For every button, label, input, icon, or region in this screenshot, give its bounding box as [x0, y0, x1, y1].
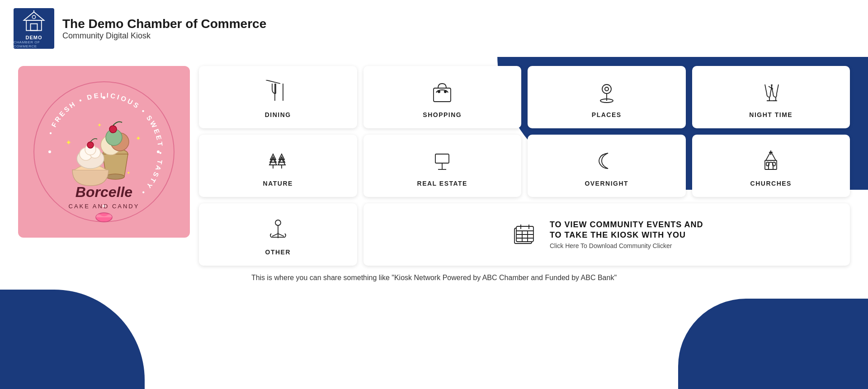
- svg-rect-2: [31, 24, 38, 31]
- svg-line-63: [272, 234, 278, 236]
- churches-label: CHURCHES: [750, 180, 792, 187]
- svg-point-40: [605, 87, 609, 91]
- community-events-card[interactable]: TO VIEW COMMUNITY EVENTS AND TO TAKE THE…: [363, 203, 850, 266]
- category-card-nature[interactable]: NATURE: [199, 135, 357, 197]
- svg-point-9: [48, 150, 51, 153]
- nighttime-icon: [757, 79, 784, 106]
- footer-text: This is where you can share something li…: [251, 274, 617, 281]
- logo-text-sub: CHAMBER OF COMMERCE: [14, 40, 54, 48]
- svg-text:✦: ✦: [66, 139, 71, 146]
- header: DEMO CHAMBER OF COMMERCE The Demo Chambe…: [0, 0, 868, 57]
- svg-line-43: [769, 86, 773, 89]
- bg-shape-bottom-left: [0, 290, 145, 389]
- svg-point-37: [602, 84, 611, 94]
- header-title: The Demo Chamber of Commerce Community D…: [62, 17, 266, 41]
- shopping-label: SHOPPING: [423, 111, 462, 118]
- category-card-overnight[interactable]: OVERNIGHT: [528, 135, 686, 197]
- logo-house-icon: [21, 9, 47, 34]
- svg-point-61: [275, 220, 281, 225]
- category-grid: DINING SHOPPING PLACES: [199, 66, 850, 266]
- category-card-shopping[interactable]: SHOPPING: [363, 66, 522, 128]
- svg-line-32: [266, 80, 280, 84]
- community-calendar-icon: [510, 220, 539, 249]
- community-text: TO VIEW COMMUNITY EVENTS AND TO TAKE THE…: [550, 220, 703, 250]
- svg-text:✦: ✦: [127, 170, 130, 175]
- svg-rect-1: [26, 20, 42, 30]
- svg-marker-0: [24, 12, 44, 20]
- category-card-other[interactable]: OTHER: [199, 203, 357, 266]
- places-icon: [593, 79, 620, 106]
- header-title-sub: Community Digital Kiosk: [62, 31, 266, 41]
- nighttime-label: NIGHT TIME: [749, 111, 793, 118]
- svg-text:✦: ✦: [136, 135, 141, 142]
- svg-text:Borcelle: Borcelle: [75, 184, 132, 200]
- svg-point-18: [109, 126, 117, 133]
- logo-box: DEMO CHAMBER OF COMMERCE: [14, 8, 54, 49]
- category-card-churches[interactable]: CHURCHES: [692, 135, 850, 197]
- churches-icon: [757, 147, 784, 174]
- category-card-places[interactable]: PLACES: [528, 66, 686, 128]
- category-card-nighttime[interactable]: NIGHT TIME: [692, 66, 850, 128]
- header-title-main: The Demo Chamber of Commerce: [62, 17, 266, 31]
- realestate-icon: [429, 147, 456, 174]
- community-subtitle: Click Here To Download Community Clicker: [550, 242, 672, 249]
- community-title-line2: TO TAKE THE KIOSK WITH YOU: [550, 230, 686, 240]
- bg-shape-bottom-right: [678, 299, 868, 389]
- header-assistance: Need Assistance? Call Us : 855-233-6362: [682, 23, 850, 34]
- nature-label: NATURE: [263, 180, 293, 187]
- svg-text:✦: ✦: [97, 122, 102, 128]
- svg-point-4: [32, 15, 35, 19]
- svg-point-23: [87, 142, 94, 148]
- places-label: PLACES: [592, 111, 622, 118]
- featured-image: • FRESH • DELICIOUS • SWEET • TASTY • Bo…: [18, 66, 190, 238]
- community-title-line1: TO VIEW COMMUNITY EVENTS AND: [550, 220, 703, 230]
- dining-label: DINING: [265, 111, 291, 118]
- other-label: OTHER: [265, 248, 291, 256]
- nature-icon: [264, 147, 292, 174]
- realestate-label: REAL ESTATE: [417, 180, 467, 187]
- svg-point-14: [106, 174, 124, 179]
- category-card-dining[interactable]: DINING: [199, 66, 357, 128]
- svg-text:CAKE AND CANDY: CAKE AND CANDY: [69, 203, 140, 210]
- dining-icon: [264, 79, 292, 106]
- category-card-realestate[interactable]: REAL ESTATE: [363, 135, 522, 197]
- svg-line-64: [278, 234, 284, 236]
- overnight-icon: [593, 147, 620, 174]
- other-icon: [264, 216, 292, 243]
- svg-point-36: [444, 90, 447, 93]
- svg-rect-52: [435, 154, 449, 163]
- svg-point-35: [438, 90, 440, 93]
- header-left: DEMO CHAMBER OF COMMERCE The Demo Chambe…: [14, 8, 266, 49]
- overnight-label: OVERNIGHT: [585, 180, 628, 187]
- footer: This is where you can share something li…: [0, 266, 868, 286]
- cake-illustration-svg: • FRESH • DELICIOUS • SWEET • TASTY • Bo…: [27, 75, 181, 229]
- svg-rect-68: [516, 226, 533, 242]
- main-content: • FRESH • DELICIOUS • SWEET • TASTY • Bo…: [0, 57, 868, 266]
- logo-text-demo: DEMO: [26, 35, 42, 40]
- shopping-icon: [429, 79, 456, 106]
